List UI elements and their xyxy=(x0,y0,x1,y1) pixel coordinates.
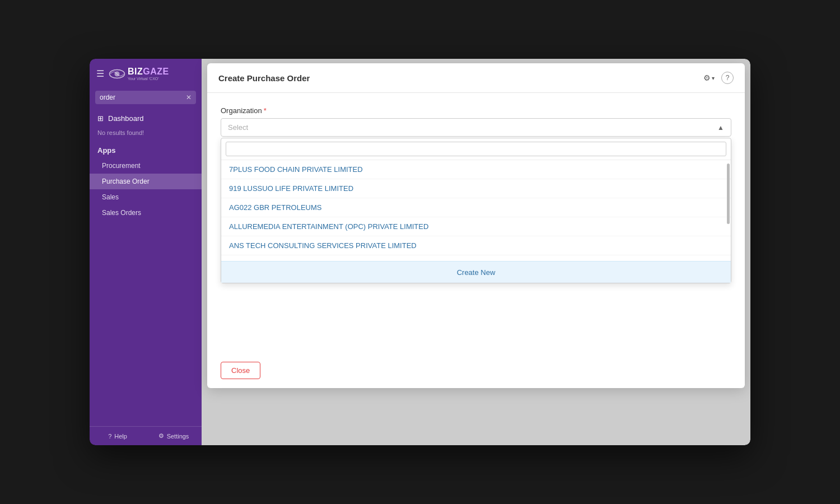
question-mark-icon: ? xyxy=(726,74,730,82)
organization-dropdown: 7PLUS FOOD CHAIN PRIVATE LIMITED 919 LUS… xyxy=(221,138,731,283)
gear-icon: ⚙ xyxy=(703,73,711,82)
sidebar-search-input[interactable] xyxy=(100,94,183,101)
dashboard-icon: ⊞ xyxy=(97,114,104,123)
required-indicator: * xyxy=(264,106,267,115)
modal-header: Create Purchase Order ⚙ ▾ ? xyxy=(207,63,745,93)
dropdown-item-4[interactable]: ANS TECH CONSULTING SERVICES PRIVATE LIM… xyxy=(221,236,731,255)
create-new-button[interactable]: Create New xyxy=(221,261,731,283)
sidebar-item-procurement[interactable]: Procurement xyxy=(90,158,202,174)
sidebar-item-dashboard[interactable]: ⊞ Dashboard xyxy=(90,110,202,127)
scrollbar-thumb xyxy=(727,164,730,224)
logo-text: BIZGAZE xyxy=(128,67,169,77)
help-icon: ? xyxy=(108,433,111,440)
sidebar-nav: ⊞ Dashboard No results found! Apps Procu… xyxy=(90,110,202,426)
organization-select[interactable]: Select ▲ xyxy=(221,118,731,137)
dropdown-search-input[interactable] xyxy=(226,142,726,156)
close-button[interactable]: Close xyxy=(221,362,260,379)
dropdown-list: 7PLUS FOOD CHAIN PRIVATE LIMITED 919 LUS… xyxy=(221,160,731,261)
sidebar-header: ☰ BIZGAZE Your Virtual 'CXO' xyxy=(90,59,202,88)
dropdown-item-5[interactable]: ARCUS CULINARY VENTURES PRIVATE LIMITED xyxy=(221,255,731,261)
biz-gaze-logo xyxy=(109,68,125,80)
settings-label: Settings xyxy=(167,433,189,440)
settings-button[interactable]: ⚙ Settings xyxy=(146,427,202,445)
sidebar-footer: ? Help ⚙ Settings xyxy=(90,426,202,445)
select-arrow-icon: ▲ xyxy=(717,124,724,132)
modal-header-actions: ⚙ ▾ ? xyxy=(700,71,734,85)
logo-area: BIZGAZE Your Virtual 'CXO' xyxy=(109,67,169,81)
gear-settings-button[interactable]: ⚙ ▾ xyxy=(700,71,718,85)
organization-label: Organization * xyxy=(221,106,731,115)
no-results-text: No results found! xyxy=(90,127,202,142)
select-placeholder: Select xyxy=(228,123,248,132)
sidebar: ☰ BIZGAZE Your Virtual 'CXO' ✕ ⊞ Dashbo xyxy=(90,59,202,445)
dropdown-item-0[interactable]: 7PLUS FOOD CHAIN PRIVATE LIMITED xyxy=(221,160,731,179)
organization-field-group: Organization * Select ▲ xyxy=(221,106,731,283)
settings-icon: ⚙ xyxy=(158,432,164,440)
sidebar-item-sales[interactable]: Sales xyxy=(90,189,202,205)
create-new-label: Create New xyxy=(457,268,496,277)
hamburger-icon[interactable]: ☰ xyxy=(96,68,104,79)
help-label: Help xyxy=(114,433,127,440)
logo-subtitle: Your Virtual 'CXO' xyxy=(128,77,169,81)
dropdown-item-3[interactable]: ALLUREMEDIA ENTERTAINMENT (OPC) PRIVATE … xyxy=(221,217,731,236)
modal-overlay: Create Purchase Order ⚙ ▾ ? xyxy=(202,59,750,445)
apps-section-label: Apps xyxy=(90,142,202,158)
modal-body: Organization * Select ▲ xyxy=(207,93,745,355)
sidebar-item-sales-orders[interactable]: Sales Orders xyxy=(90,205,202,221)
dropdown-item-2[interactable]: AG022 GBR PETROLEUMS xyxy=(221,198,731,217)
dropdown-item-1[interactable]: 919 LUSSUO LIFE PRIVATE LIMITED xyxy=(221,179,731,198)
dropdown-chevron-icon: ▾ xyxy=(712,75,715,81)
help-button[interactable]: ? Help xyxy=(90,427,146,445)
sidebar-search-bar[interactable]: ✕ xyxy=(95,91,196,104)
sidebar-item-purchase-order[interactable]: Purchase Order xyxy=(90,174,202,189)
create-purchase-order-modal: Create Purchase Order ⚙ ▾ ? xyxy=(207,63,745,388)
dropdown-search-area xyxy=(221,138,731,160)
search-clear-icon[interactable]: ✕ xyxy=(186,94,192,101)
main-content: Create Purchase Order ⚙ ▾ ? xyxy=(202,59,750,445)
modal-help-button[interactable]: ? xyxy=(721,72,734,84)
dashboard-label: Dashboard xyxy=(108,114,144,123)
modal-title: Create Purchase Order xyxy=(218,73,310,83)
modal-footer: Close xyxy=(207,355,745,388)
